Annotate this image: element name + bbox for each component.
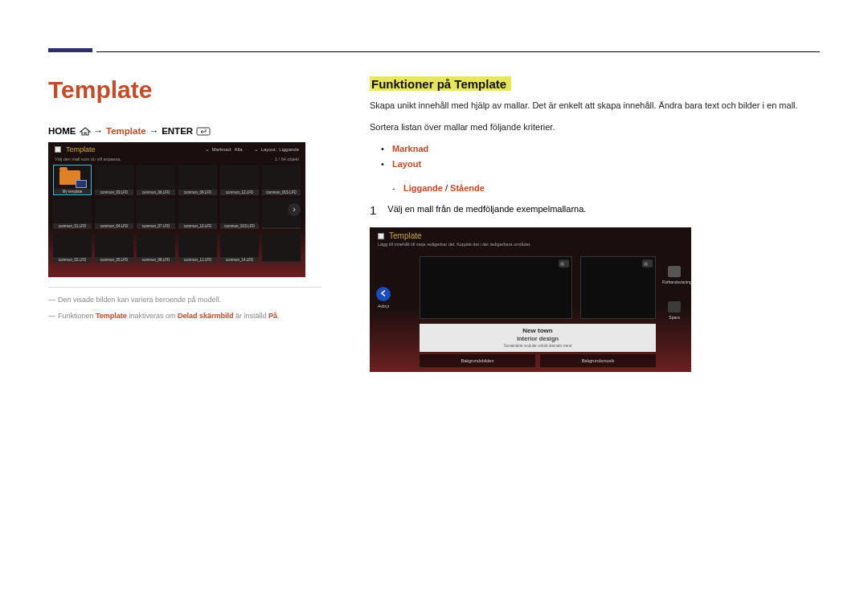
- footnote-split-screen: Funktionen Template inaktiveras om Delad…: [48, 310, 321, 321]
- template-grid-cell[interactable]: common_05.LFD: [95, 232, 133, 263]
- template-grid-cell[interactable]: common_09.LFD: [178, 165, 217, 195]
- list-label: Layout: [392, 159, 421, 169]
- chevron-down-icon: ⌄: [205, 146, 210, 153]
- breadcrumb-arrow: →: [149, 126, 159, 136]
- template-text-line: interior design: [420, 335, 656, 342]
- cell-label: common_08.LFD: [137, 257, 175, 263]
- template-canvas-main[interactable]: [420, 256, 572, 319]
- step-number: 1: [370, 204, 376, 216]
- bg-music-button[interactable]: Bakgrundsmusik: [540, 354, 656, 367]
- ss1-counter: 1 / 64 objekt: [275, 157, 299, 161]
- criteria-list: Marknad Layout: [370, 141, 820, 171]
- breadcrumb-enter: ENTER: [162, 126, 193, 136]
- home-icon: [80, 126, 91, 136]
- cell-label: common_01.LFD: [53, 223, 92, 229]
- save-icon: [668, 301, 681, 313]
- dropdown-value: Alla: [235, 147, 243, 152]
- sub-separator: /: [443, 183, 450, 193]
- template-grid: My templatecommon_03.LFDcommon_06.LFDcom…: [48, 163, 305, 264]
- dropdown-value: Liggande: [279, 147, 299, 152]
- template-grid-cell[interactable]: common_10.LFD: [178, 198, 217, 229]
- cell-label: common_01S.LFD: [220, 223, 259, 229]
- template-grid-cell[interactable]: common_03.LFD: [95, 165, 133, 195]
- window-icon: [378, 233, 384, 239]
- cell-label: common_07.LFD: [137, 223, 175, 229]
- breadcrumb-template: Template: [106, 126, 146, 136]
- template-grid-cell[interactable]: common_06.LFD: [137, 165, 175, 195]
- cell-label: common_06.LFD: [137, 190, 175, 195]
- ss2-title: Template: [389, 231, 422, 240]
- cell-label: [262, 227, 301, 229]
- bottom-toolbar: Bakgrundsbilden Bakgrundsmusik: [420, 354, 656, 367]
- cell-label: common_02.LFD: [53, 257, 92, 263]
- template-grid-cell[interactable]: common_01S.LFD: [262, 165, 301, 195]
- dropdown-marknad[interactable]: ⌄ Marknad: Alla: [205, 146, 243, 153]
- ss1-dropdowns: ⌄ Marknad: Alla ⌄ Layout: Liggande: [205, 146, 299, 153]
- content-area: Template HOME → Template → ENTER Templat…: [48, 76, 820, 372]
- list-label: Marknad: [392, 144, 428, 153]
- cell-label: My template: [54, 189, 91, 194]
- breadcrumb: HOME → Template → ENTER: [48, 126, 321, 136]
- dropdown-label: Layout:: [261, 147, 277, 152]
- template-text-line: Sustainable modular unfold dramatic tren…: [420, 344, 656, 348]
- dropdown-layout[interactable]: ⌄ Layout: Liggande: [254, 146, 299, 153]
- template-grid-screenshot: Template ⌄ Marknad: Alla ⌄ Layout: Ligga…: [48, 142, 305, 277]
- template-text-line: New town: [420, 327, 656, 334]
- cell-label: common_11.LFD: [178, 257, 217, 263]
- dropdown-label: Marknad:: [212, 147, 232, 152]
- window-icon: [55, 146, 61, 153]
- template-grid-cell[interactable]: common_11.LFD: [178, 232, 217, 263]
- divider: [48, 287, 321, 288]
- sub-option: Liggande: [403, 183, 443, 193]
- template-grid-cell[interactable]: common_01S.LFD: [220, 198, 259, 229]
- template-canvas-secondary[interactable]: [580, 256, 656, 319]
- footnote-model-note: Den visade bilden kan variera beroende p…: [48, 294, 321, 305]
- divider: [96, 51, 820, 52]
- right-column: Funktioner på Template Skapa unikt inneh…: [370, 76, 820, 372]
- fn-text: inaktiveras om: [127, 312, 178, 320]
- sub-option: Stående: [450, 183, 485, 193]
- back-button-label: Avbryt: [376, 304, 391, 309]
- body-paragraph: Skapa unikt innehåll med hjälp av mallar…: [370, 99, 820, 112]
- fn-text: är inställd: [233, 312, 268, 320]
- accent-bar: [48, 48, 92, 52]
- back-arrow-icon: [376, 287, 391, 301]
- cell-label: common_10.LFD: [178, 223, 217, 229]
- template-grid-cell[interactable]: common_08.LFD: [137, 232, 175, 263]
- next-button[interactable]: ›: [288, 203, 301, 216]
- cell-label: common_14.LFD: [220, 257, 259, 263]
- template-grid-cell[interactable]: common_14.LFD: [220, 232, 259, 263]
- chevron-down-icon: ⌄: [254, 146, 259, 153]
- fn-text: Funktionen: [58, 312, 96, 320]
- template-grid-cell[interactable]: My template: [53, 165, 92, 195]
- save-label: Spara: [662, 315, 686, 320]
- ss2-header: Template: [370, 227, 691, 242]
- step-row: 1 Välj en mall från de medföljande exemp…: [370, 204, 820, 216]
- template-grid-cell[interactable]: common_01.LFD: [53, 198, 92, 229]
- bg-image-button[interactable]: Bakgrundsbilden: [420, 354, 535, 367]
- template-grid-cell[interactable]: common_07.LFD: [137, 198, 175, 229]
- cell-label: common_05.LFD: [95, 257, 133, 263]
- template-grid-cell[interactable]: [262, 232, 301, 263]
- sub-item-orientation: Liggande / Stående: [370, 181, 820, 196]
- left-column: Template HOME → Template → ENTER Templat…: [48, 76, 321, 372]
- fn-keyword: På: [268, 312, 277, 320]
- template-text-block[interactable]: New town interior design Sustainable mod…: [420, 324, 656, 352]
- cell-label: common_03.LFD: [95, 190, 133, 195]
- template-grid-cell[interactable]: common_04.LFD: [95, 198, 133, 229]
- step-text: Välj en mall från de medföljande exempel…: [387, 204, 586, 216]
- template-grid-cell[interactable]: common_02.LFD: [53, 232, 92, 263]
- preview-button[interactable]: Förhandsvisning: [662, 266, 686, 284]
- cell-label: [262, 261, 301, 263]
- cell-label: common_01S.LFD: [262, 190, 301, 195]
- page-title: Template: [48, 76, 321, 104]
- save-button[interactable]: Spara: [662, 301, 686, 320]
- list-item: Marknad: [370, 141, 820, 157]
- cell-label: common_04.LFD: [95, 223, 133, 229]
- ss1-header: Template ⌄ Marknad: Alla ⌄ Layout: Ligga…: [48, 142, 305, 157]
- preview-icon: [668, 266, 681, 277]
- back-button[interactable]: Avbryt: [376, 287, 391, 309]
- ss1-subtitle: Välj den mall som du vill anpassa.: [55, 157, 121, 161]
- cell-label: common_09.LFD: [178, 190, 217, 195]
- template-grid-cell[interactable]: common_12.LFD: [220, 165, 259, 195]
